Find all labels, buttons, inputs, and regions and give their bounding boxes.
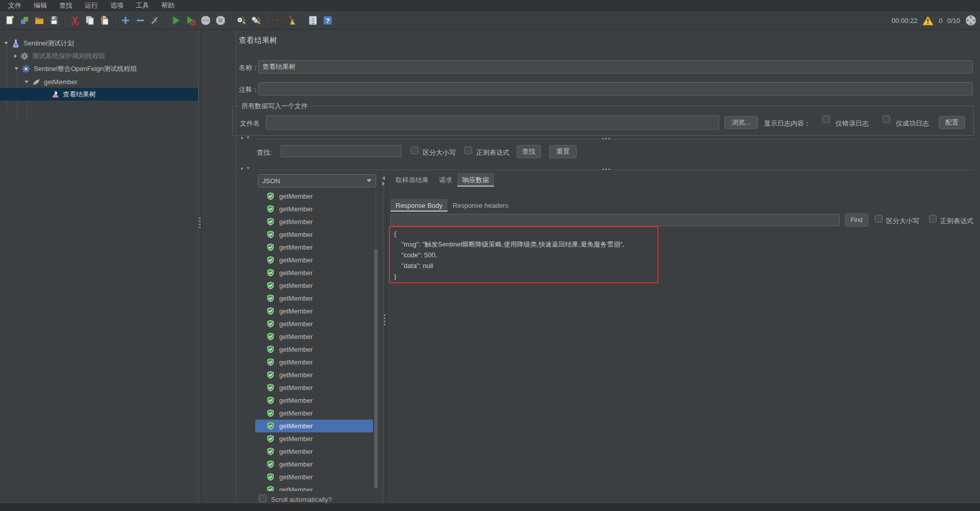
result-list-item[interactable]: getMember <box>255 305 373 318</box>
configure-button[interactable]: 配置 <box>939 116 965 129</box>
chevron-down-icon[interactable] <box>4 42 8 44</box>
result-list-item[interactable]: getMember <box>255 266 373 279</box>
paste-icon[interactable] <box>97 13 112 28</box>
tab-response-headers[interactable]: Response headers <box>448 199 513 212</box>
menu-help[interactable]: 帮助 <box>155 0 181 11</box>
copy-icon[interactable] <box>82 13 97 28</box>
result-list-item[interactable]: getMember <box>255 356 373 369</box>
new-file-icon[interactable] <box>2 13 17 28</box>
clear-one-icon[interactable] <box>234 13 249 28</box>
result-list-item[interactable]: getMember <box>255 330 373 343</box>
results-scrollbar-thumb[interactable] <box>374 249 378 488</box>
result-list-item[interactable]: getMember <box>255 241 373 254</box>
result-list-item[interactable]: getMember <box>255 190 373 203</box>
response-find-button[interactable]: Find <box>845 213 868 227</box>
cut-icon[interactable] <box>67 13 82 28</box>
stop-icon[interactable]: STOP <box>198 13 213 28</box>
result-list-item[interactable]: getMember <box>255 407 373 420</box>
details-splitter-grip[interactable] <box>384 314 385 316</box>
result-list-item[interactable]: getMember <box>255 420 373 432</box>
name-input[interactable] <box>258 60 973 74</box>
splitter-collapse-arrows[interactable]: ▲▼ <box>240 166 252 171</box>
tab-request[interactable]: 请求 <box>434 173 457 187</box>
browse-button[interactable]: 浏览... <box>724 116 758 129</box>
open-templates-icon[interactable] <box>17 13 32 28</box>
result-list-item[interactable]: getMember <box>255 381 373 394</box>
clear-all-icon[interactable] <box>249 13 263 28</box>
successes-only-checkbox[interactable] <box>883 115 890 123</box>
result-list-item[interactable]: getMember <box>255 369 373 381</box>
result-list-item[interactable]: getMember <box>255 203 373 215</box>
search-find-button[interactable]: 查找 <box>517 145 541 158</box>
details-splitter[interactable] <box>383 174 383 503</box>
results-list[interactable]: getMember getMember getMember getMember … <box>255 190 378 491</box>
response-case-checkbox[interactable] <box>875 215 883 223</box>
help-icon[interactable]: ? <box>320 13 335 28</box>
chevron-down-icon[interactable] <box>14 67 18 70</box>
main-splitter-grip[interactable] <box>199 217 201 219</box>
function-helper-icon[interactable] <box>305 13 320 28</box>
response-regex-checkbox[interactable] <box>929 215 937 223</box>
result-list-item[interactable]: getMember <box>255 292 373 305</box>
save-icon[interactable] <box>46 13 61 28</box>
response-find-input[interactable] <box>390 214 840 226</box>
menu-edit[interactable]: 编辑 <box>28 0 53 11</box>
result-list-item[interactable]: getMember <box>255 228 373 241</box>
tree-node-view-results-tree[interactable]: 查看结果树 <box>0 88 198 101</box>
add-icon[interactable] <box>118 13 133 28</box>
tab-sampler-result[interactable]: 取样器结果 <box>390 173 434 187</box>
tree-node-protection-thread-group[interactable]: 测试系统保护规则线程组 <box>0 50 198 62</box>
edit-arrow-icon[interactable] <box>148 13 162 28</box>
search-reset-button[interactable]: 重置 <box>549 145 577 158</box>
chevron-down-icon[interactable] <box>24 81 29 83</box>
main-splitter[interactable] <box>198 30 199 503</box>
result-list-item[interactable]: getMember <box>255 215 373 228</box>
menu-options[interactable]: 选项 <box>104 0 130 11</box>
result-list-item[interactable]: getMember <box>255 394 373 407</box>
search-input[interactable] <box>281 145 402 157</box>
renderer-dropdown[interactable]: JSON <box>258 174 376 187</box>
tab-response-body[interactable]: Response Body <box>390 199 448 212</box>
comment-input[interactable] <box>258 82 973 95</box>
response-body-text[interactable]: { "msg": "触发Sentinel熔断降级策略,使用降级类,快速返回结果,… <box>389 226 658 283</box>
menu-search[interactable]: 查找 <box>53 0 79 11</box>
result-list-item[interactable]: getMember <box>255 343 373 356</box>
results-scrollbar[interactable] <box>373 190 378 491</box>
search-binoculars-icon[interactable] <box>270 13 284 28</box>
splitter-grip-dots[interactable] <box>602 168 604 170</box>
scroll-automatically-checkbox[interactable] <box>259 495 266 502</box>
tree-node-test-plan[interactable]: Sentinel测试计划 <box>0 37 198 50</box>
splitter-collapse-arrows[interactable]: ▲▼ <box>240 136 252 140</box>
result-list-item[interactable]: getMember <box>255 432 373 445</box>
result-list-item[interactable]: getMember <box>255 318 373 330</box>
start-icon[interactable] <box>168 13 183 28</box>
splitter-grip-dots[interactable] <box>602 138 604 139</box>
remove-icon[interactable] <box>133 13 148 28</box>
errors-only-checkbox[interactable] <box>822 115 830 123</box>
splitter-collapse-right-arrow[interactable] <box>382 182 385 186</box>
menu-run[interactable]: 运行 <box>79 0 104 11</box>
warning-triangle-icon[interactable] <box>922 15 934 26</box>
result-list-item[interactable]: getMember <box>255 254 373 266</box>
splitter-collapse-left-arrow[interactable] <box>382 176 385 180</box>
menu-tools[interactable]: 工具 <box>130 0 155 11</box>
tab-response-data[interactable]: 响应数据 <box>457 173 494 187</box>
search-case-checkbox[interactable] <box>411 147 419 154</box>
tree-node-getmember-sampler[interactable]: getMember <box>0 76 198 88</box>
result-list-item[interactable]: getMember <box>255 471 373 483</box>
start-no-timers-icon[interactable] <box>183 13 198 28</box>
menu-file[interactable]: 文件 <box>2 0 28 11</box>
horizontal-splitter[interactable] <box>258 139 974 139</box>
result-list-item[interactable]: getMember <box>255 445 373 458</box>
result-list-item[interactable]: getMember <box>255 483 373 491</box>
search-regex-checkbox[interactable] <box>464 147 472 154</box>
chevron-right-icon[interactable] <box>14 54 17 58</box>
result-list-item[interactable]: getMember <box>255 279 373 292</box>
horizontal-splitter[interactable] <box>258 169 974 170</box>
filename-input[interactable] <box>266 115 719 130</box>
shutdown-icon[interactable] <box>213 13 228 28</box>
tree-node-openfeign-thread-group[interactable]: Sentinel整合OpenFeign测试线程组 <box>0 62 198 75</box>
open-file-icon[interactable] <box>32 13 46 28</box>
result-list-item[interactable]: getMember <box>255 458 373 471</box>
clear-search-broom-icon[interactable] <box>284 13 299 28</box>
